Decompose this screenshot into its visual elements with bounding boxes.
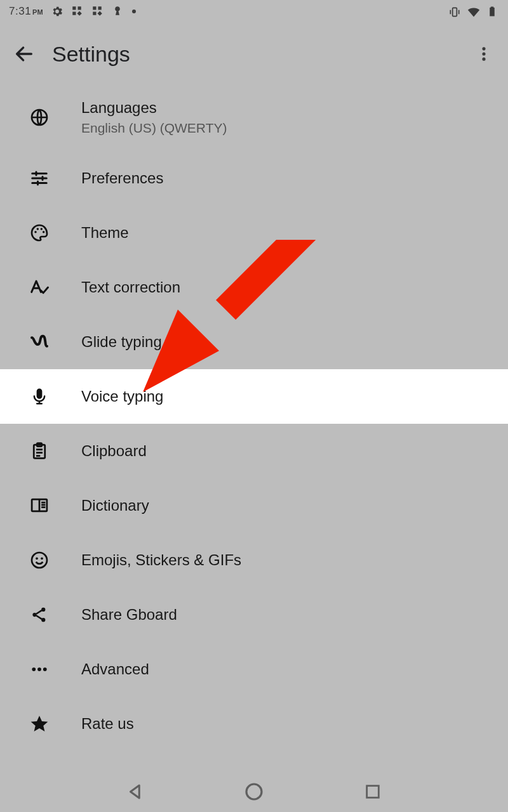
row-label: Voice typing (81, 388, 163, 405)
svg-point-16 (43, 231, 44, 233)
svg-point-21 (36, 557, 38, 560)
more-vert-icon (475, 45, 493, 63)
widget-icon (91, 5, 104, 18)
row-emojis[interactable]: Emojis, Stickers & GIFs (0, 533, 508, 587)
row-label: Rate us (81, 715, 134, 733)
status-left: 7:31PM (9, 5, 136, 18)
svg-rect-1 (77, 6, 81, 10)
row-label: Glide typing (81, 333, 162, 351)
svg-rect-32 (366, 786, 378, 798)
row-label: Share Gboard (81, 606, 177, 624)
settings-list: Languages English (US) (QWERTY) Preferen… (0, 84, 508, 771)
nav-home-button[interactable] (243, 780, 265, 803)
row-label: Theme (81, 224, 129, 242)
palette-icon (25, 219, 53, 247)
emoji-icon (25, 546, 53, 574)
nav-back-button[interactable] (124, 780, 147, 803)
gear-icon (51, 5, 64, 18)
svg-rect-8 (453, 8, 457, 16)
svg-rect-6 (93, 12, 96, 15)
svg-point-26 (32, 667, 36, 671)
page-title: Settings (52, 42, 471, 67)
row-label: Dictionary (81, 497, 149, 514)
star-icon (25, 710, 53, 738)
row-voice-typing[interactable]: Voice typing (0, 369, 508, 424)
svg-point-27 (37, 667, 41, 671)
row-label: Preferences (81, 169, 163, 187)
circle-icon (244, 782, 264, 802)
row-dictionary[interactable]: Dictionary (0, 478, 508, 533)
nav-bar (0, 771, 508, 812)
row-languages[interactable]: Languages English (US) (QWERTY) (0, 84, 508, 151)
svg-point-15 (41, 228, 43, 230)
nav-recent-button[interactable] (361, 780, 384, 803)
svg-point-14 (37, 228, 39, 230)
row-rate-us[interactable]: Rate us (0, 697, 508, 751)
dot-icon (132, 10, 136, 13)
svg-point-28 (43, 667, 47, 671)
wifi-icon (467, 5, 480, 18)
svg-point-10 (482, 52, 485, 55)
svg-rect-3 (77, 11, 81, 15)
clipboard-icon (25, 437, 53, 465)
row-label: Advanced (81, 660, 149, 678)
svg-point-11 (482, 58, 485, 61)
status-time: 7:31PM (9, 5, 43, 18)
square-icon (364, 783, 382, 801)
mic-icon (25, 383, 53, 410)
svg-rect-7 (97, 11, 102, 15)
row-label: Clipboard (81, 442, 147, 460)
svg-point-9 (482, 47, 485, 50)
row-share[interactable]: Share Gboard (0, 587, 508, 642)
screen: { "status": { "time": "7:31", "ampm": "P… (0, 0, 508, 812)
row-clipboard[interactable]: Clipboard (0, 424, 508, 478)
vibrate-icon (448, 5, 461, 18)
row-label: Languages (81, 99, 227, 117)
status-right (448, 5, 499, 18)
row-theme[interactable]: Theme (0, 206, 508, 260)
row-glide-typing[interactable]: Glide typing (0, 315, 508, 369)
sliders-icon (25, 164, 53, 192)
svg-point-31 (246, 784, 262, 799)
back-button[interactable] (11, 41, 37, 67)
dictionary-icon (25, 492, 53, 520)
overflow-button[interactable] (471, 41, 497, 67)
svg-rect-5 (98, 6, 101, 10)
arrow-left-icon (13, 43, 35, 65)
triangle-left-icon (126, 782, 145, 801)
keyhole-icon (112, 5, 124, 18)
status-bar: 7:31PM (0, 0, 508, 23)
svg-point-22 (41, 557, 43, 560)
text-correct-icon (25, 273, 53, 301)
svg-point-20 (32, 553, 47, 568)
row-text-correction[interactable]: Text correction (0, 260, 508, 315)
glide-icon (25, 328, 53, 356)
globe-icon (25, 103, 53, 131)
widget-icon (71, 5, 84, 18)
svg-rect-0 (72, 6, 76, 10)
svg-rect-4 (93, 6, 96, 10)
svg-rect-2 (72, 12, 76, 15)
app-bar: Settings (0, 28, 508, 80)
row-sub: English (US) (QWERTY) (81, 121, 227, 136)
battery-icon (486, 5, 499, 18)
svg-point-13 (34, 231, 36, 233)
share-icon (25, 601, 53, 629)
row-label: Text correction (81, 278, 180, 296)
row-label: Emojis, Stickers & GIFs (81, 551, 241, 569)
more-icon (25, 655, 53, 683)
row-advanced[interactable]: Advanced (0, 642, 508, 697)
row-preferences[interactable]: Preferences (0, 151, 508, 206)
